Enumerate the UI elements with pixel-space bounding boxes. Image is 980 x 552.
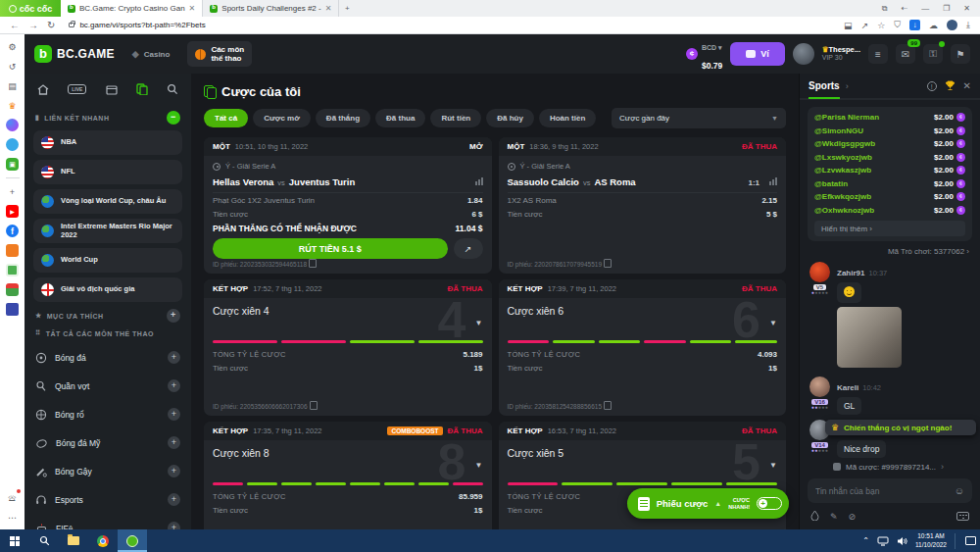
message-username[interactable]: Zahir91 bbox=[837, 269, 864, 277]
expand-plus-icon[interactable]: + bbox=[168, 436, 180, 449]
quick-link-national-champ[interactable]: Giải vô địch quốc gia bbox=[33, 277, 182, 302]
bet-card-combo-6[interactable]: KẾT HỢP 17:39, 7 thg 11, 2022 ĐÃ THUA 6 … bbox=[499, 279, 787, 416]
user-info[interactable]: ♛Thespe... VIP 30 bbox=[822, 45, 860, 62]
feed-row[interactable]: @Lzvwkaszjwb$2.00¢ bbox=[814, 164, 965, 177]
feed-username[interactable]: @SimonNGU bbox=[814, 126, 863, 135]
avatar[interactable] bbox=[809, 376, 830, 397]
sport-row-fifa[interactable]: FIFA+ bbox=[33, 514, 182, 529]
feed-row[interactable]: @Lxswkyozjwb$2.00¢ bbox=[814, 151, 965, 165]
file-explorer-button[interactable] bbox=[59, 529, 88, 552]
bell-icon[interactable]: ⚿ bbox=[923, 44, 943, 64]
feed-row[interactable]: @Efkwkqozjwb$2.00¢ bbox=[814, 190, 965, 204]
url-box[interactable]: bc.game/vi/sports?bt-path=%2Fbets bbox=[63, 21, 836, 29]
feed-row[interactable]: @SimonNGU$2.00¢ bbox=[814, 125, 965, 138]
expand-plus-icon[interactable]: + bbox=[168, 522, 180, 529]
messenger-icon[interactable] bbox=[6, 119, 19, 131]
download-active-icon[interactable]: ↓ bbox=[909, 20, 920, 30]
chat-tab-sports[interactable]: Sports bbox=[808, 80, 840, 91]
tray-expand-icon[interactable]: ⌃ bbox=[862, 536, 869, 545]
close-button[interactable]: ✕ bbox=[963, 4, 970, 13]
action-center-icon[interactable] bbox=[965, 536, 976, 545]
feed-row[interactable]: @Wkdlgsgpgwb$2.00¢ bbox=[814, 137, 965, 151]
share-bet-button[interactable]: ↗ bbox=[454, 238, 483, 259]
collapse-minus-button[interactable]: − bbox=[167, 111, 180, 125]
mail-icon[interactable]: ✉99 bbox=[896, 44, 915, 64]
show-more-button[interactable]: Hiển thị thêm › bbox=[814, 221, 965, 236]
chat-message-input[interactable] bbox=[815, 486, 955, 496]
quick-link-nba[interactable]: NBA bbox=[33, 130, 182, 155]
expand-plus-icon[interactable]: + bbox=[168, 493, 180, 506]
bet-card-combo-4[interactable]: KẾT HỢP 17:52, 7 thg 11, 2022 ĐÃ THUA 4 … bbox=[204, 279, 492, 416]
menu-hamburger-icon[interactable]: ≡ bbox=[868, 44, 888, 64]
more-options-icon[interactable]: ⋯ bbox=[6, 511, 19, 524]
forward-button[interactable]: → bbox=[28, 20, 38, 30]
feed-username[interactable]: @Lzvwkaszjwb bbox=[814, 166, 871, 175]
close-icon[interactable]: ✕ bbox=[963, 80, 971, 91]
home-icon[interactable] bbox=[37, 84, 49, 95]
keyboard-icon[interactable] bbox=[956, 512, 969, 521]
copy-icon[interactable] bbox=[606, 403, 612, 410]
sport-row-cricket[interactable]: Bóng Gậy+ bbox=[33, 457, 182, 485]
chrome-button[interactable] bbox=[88, 529, 118, 552]
expand-plus-icon[interactable]: + bbox=[168, 351, 180, 364]
feed-username[interactable]: @Efkwkqozjwb bbox=[814, 192, 871, 201]
sport-row-american-football[interactable]: Bóng đá Mỹ+ bbox=[33, 428, 182, 457]
games-icon[interactable]: ▣ bbox=[6, 158, 19, 171]
sync-icon[interactable]: ☁ bbox=[929, 21, 938, 30]
nav-casino[interactable]: ◆ Casino bbox=[124, 45, 178, 63]
chat-pennant-icon[interactable]: ⚑ bbox=[951, 44, 970, 64]
add-shortcut-icon[interactable]: + bbox=[6, 185, 19, 198]
url-text[interactable]: bc.game/vi/sports?bt-path=%2Fbets bbox=[79, 21, 205, 29]
copy-icon[interactable] bbox=[311, 261, 317, 268]
cashout-button[interactable]: RÚT TIỀN 5.1 $ bbox=[213, 238, 448, 259]
crown-rewards-icon[interactable]: ♛ bbox=[6, 99, 19, 112]
chevron-right-icon[interactable]: › bbox=[846, 81, 849, 91]
bookmark-star-icon[interactable]: ☆ bbox=[877, 21, 885, 30]
newsfeed-icon[interactable]: ▤ bbox=[6, 79, 19, 92]
emoji-smiley-icon[interactable]: ☺ bbox=[955, 485, 964, 496]
sport-row-tennis[interactable]: Quần vợt+ bbox=[33, 372, 182, 400]
filter-refund[interactable]: Hoàn tiền bbox=[539, 109, 596, 127]
plant-app-icon[interactable] bbox=[6, 283, 19, 296]
add-favorite-button[interactable]: + bbox=[167, 309, 180, 323]
new-tab-button[interactable]: + bbox=[339, 0, 355, 17]
betslip-fab[interactable]: Phiếu cược ▲ CƯỢCNHANH! bbox=[627, 488, 789, 519]
feed-username[interactable]: @Lxswkyozjwb bbox=[814, 153, 872, 162]
sport-row-football[interactable]: Bóng đá+ bbox=[33, 343, 182, 372]
start-button[interactable] bbox=[0, 529, 29, 552]
expand-chevron-icon[interactable]: ▼ bbox=[475, 461, 483, 470]
shield-icon[interactable]: ⛉ bbox=[894, 20, 901, 30]
filter-lost[interactable]: Đã thua bbox=[375, 109, 425, 127]
volume-icon[interactable] bbox=[897, 536, 907, 546]
save-page-icon[interactable]: ⬓ bbox=[844, 21, 853, 30]
feed-username[interactable]: @Parisa Nierman bbox=[814, 113, 879, 122]
feed-username[interactable]: @Wkdlgsgpgwb bbox=[814, 139, 875, 148]
expand-plus-icon[interactable]: + bbox=[168, 408, 180, 421]
quick-link-wc-qualifiers[interactable]: Vòng loại World Cup, châu Âu bbox=[33, 189, 182, 214]
bet-card-combo-8[interactable]: KẾT HỢP 17:35, 7 thg 11, 2022 COMBOBOOST… bbox=[204, 422, 492, 529]
live-icon[interactable]: LIVE bbox=[68, 84, 86, 94]
rules-pencil-icon[interactable]: ✎ bbox=[830, 512, 838, 522]
feed-username[interactable]: @Oxhwknozjwb bbox=[814, 206, 874, 215]
sort-dropdown[interactable]: Cược gần đây ▼ bbox=[612, 108, 786, 128]
expand-plus-icon[interactable]: + bbox=[168, 465, 180, 477]
bet-code-row[interactable]: Mã cược: #9997897214... › bbox=[800, 460, 980, 476]
user-avatar[interactable] bbox=[793, 43, 814, 65]
quick-link-nfl[interactable]: NFL bbox=[33, 160, 182, 184]
bet-card-single-lost[interactable]: MỘT 18:36, 9 thg 11, 2022 ĐÃ THUA Ý - Gi… bbox=[499, 137, 787, 274]
stats-icon[interactable] bbox=[769, 177, 777, 185]
filter-won[interactable]: Đã thắng bbox=[316, 109, 370, 127]
filter-cashout[interactable]: Rút tiền bbox=[430, 109, 481, 127]
tab-sports-challenges[interactable]: Sports Daily Challenges #2 - ✕ bbox=[203, 0, 339, 17]
expand-chevron-icon[interactable]: ▼ bbox=[475, 319, 483, 327]
nav-sports[interactable]: Các mônthể thao bbox=[187, 41, 252, 67]
calendar-icon[interactable] bbox=[106, 84, 118, 95]
tab-bcgame[interactable]: BC.Game: Crypto Casino Gan ✕ bbox=[61, 0, 203, 17]
arrow-icon[interactable]: ⇠ bbox=[901, 4, 907, 13]
notifications-bell-icon[interactable]: 🛎 bbox=[6, 491, 19, 504]
facebook-icon[interactable]: f bbox=[6, 225, 19, 237]
message-username[interactable]: Kareli bbox=[837, 383, 858, 392]
feed-row[interactable]: @Oxhwknozjwb$2.00¢ bbox=[814, 204, 965, 218]
maximize-button[interactable]: ❐ bbox=[943, 4, 950, 13]
avatar[interactable] bbox=[809, 262, 830, 282]
